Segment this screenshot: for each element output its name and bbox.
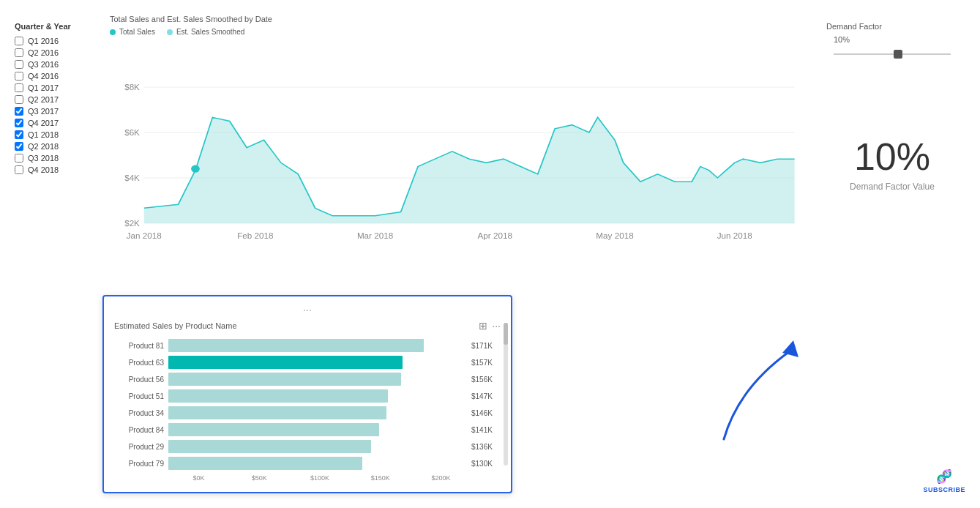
demand-slider-container[interactable] bbox=[834, 47, 951, 61]
bar-label-4: Product 34 bbox=[114, 409, 164, 417]
filter-item-2[interactable]: Q3 2016 bbox=[15, 60, 102, 69]
bar-value-4: $146K bbox=[471, 409, 501, 417]
legend-total-sales: Total Sales bbox=[110, 28, 155, 36]
bar-track-1 bbox=[168, 356, 467, 369]
bar-row-5: Product 84$141K bbox=[114, 423, 501, 436]
filter-checkbox-7[interactable] bbox=[15, 119, 23, 127]
svg-text:$8K: $8K bbox=[124, 83, 140, 91]
filter-label-1: Q2 2016 bbox=[28, 48, 59, 57]
line-chart-canvas: $2K $4K $6K $8K Jan 2018 Feb 2018 Mar 20… bbox=[110, 42, 812, 269]
filter-label-6: Q3 2017 bbox=[28, 107, 59, 116]
chart-legend: Total Sales Est. Sales Smoothed bbox=[110, 28, 812, 36]
filter-item-5[interactable]: Q2 2017 bbox=[15, 95, 102, 104]
bar-row-6: Product 29$136K bbox=[114, 440, 501, 453]
axis-label-2: $100K bbox=[290, 474, 351, 482]
bar-fill-1 bbox=[168, 356, 403, 369]
filter-item-8[interactable]: Q1 2018 bbox=[15, 130, 102, 139]
bar-track-6 bbox=[168, 440, 467, 453]
filter-item-6[interactable]: Q3 2017 bbox=[15, 107, 102, 116]
bar-track-4 bbox=[168, 406, 467, 419]
filter-label-0: Q1 2016 bbox=[28, 37, 59, 45]
right-panel: Demand Factor 10% 10% Demand Factor Valu… bbox=[819, 15, 965, 493]
filter-label-7: Q4 2017 bbox=[28, 119, 59, 127]
scrollbar[interactable] bbox=[504, 323, 508, 466]
bar-fill-5 bbox=[168, 423, 379, 436]
bar-track-5 bbox=[168, 423, 467, 436]
bar-track-7 bbox=[168, 457, 467, 470]
slider-thumb[interactable] bbox=[894, 50, 902, 59]
filter-checkbox-8[interactable] bbox=[15, 130, 23, 139]
filter-item-11[interactable]: Q4 2018 bbox=[15, 165, 102, 174]
legend-label-est-sales: Est. Sales Smoothed bbox=[176, 28, 244, 36]
slider-track bbox=[834, 53, 951, 55]
svg-text:Apr 2018: Apr 2018 bbox=[478, 231, 512, 239]
bar-value-1: $157K bbox=[471, 359, 501, 367]
bar-row-1: Product 63$157K bbox=[114, 356, 501, 369]
bar-value-7: $130K bbox=[471, 460, 501, 468]
bar-value-0: $171K bbox=[471, 342, 501, 350]
bar-track-3 bbox=[168, 389, 467, 403]
bar-value-6: $136K bbox=[471, 443, 501, 451]
filter-label-9: Q2 2018 bbox=[28, 142, 59, 151]
bar-list: Product 81$171KProduct 63$157KProduct 56… bbox=[114, 339, 501, 470]
filter-checkbox-11[interactable] bbox=[15, 165, 23, 174]
svg-text:$6K: $6K bbox=[124, 129, 140, 137]
panel-icons: ⊞ ··· bbox=[479, 320, 501, 332]
expand-icon[interactable]: ⊞ bbox=[479, 320, 487, 332]
subscribe-badge[interactable]: 🧬 SUBSCRIBE bbox=[923, 468, 965, 493]
filter-item-0[interactable]: Q1 2016 bbox=[15, 37, 102, 45]
bar-row-3: Product 51$147K bbox=[114, 389, 501, 403]
svg-text:$2K: $2K bbox=[124, 220, 140, 228]
filter-checkbox-3[interactable] bbox=[15, 72, 23, 81]
filter-checkbox-1[interactable] bbox=[15, 48, 23, 57]
filter-checkbox-6[interactable] bbox=[15, 107, 23, 116]
bar-row-2: Product 56$156K bbox=[114, 373, 501, 386]
filter-checkbox-5[interactable] bbox=[15, 95, 23, 104]
filter-item-4[interactable]: Q1 2017 bbox=[15, 83, 102, 92]
filter-item-3[interactable]: Q4 2016 bbox=[15, 72, 102, 81]
bar-label-0: Product 81 bbox=[114, 342, 164, 350]
filter-checkbox-4[interactable] bbox=[15, 83, 23, 92]
svg-text:Mar 2018: Mar 2018 bbox=[357, 231, 393, 239]
filter-checkbox-2[interactable] bbox=[15, 60, 23, 69]
filter-item-9[interactable]: Q2 2018 bbox=[15, 142, 102, 151]
bar-label-3: Product 51 bbox=[114, 392, 164, 400]
filter-item-10[interactable]: Q3 2018 bbox=[15, 154, 102, 163]
bar-value-5: $141K bbox=[471, 426, 501, 434]
filter-label-5: Q2 2017 bbox=[28, 95, 59, 104]
filter-label-11: Q4 2018 bbox=[28, 165, 59, 174]
scrollbar-thumb[interactable] bbox=[504, 323, 508, 345]
filter-checkbox-0[interactable] bbox=[15, 37, 23, 45]
bar-fill-3 bbox=[168, 389, 388, 403]
filter-label-8: Q1 2018 bbox=[28, 130, 59, 139]
drag-handle[interactable]: ⋯ bbox=[114, 305, 501, 315]
svg-text:Feb 2018: Feb 2018 bbox=[237, 231, 273, 239]
arrow-svg bbox=[709, 329, 812, 447]
filter-label-4: Q1 2017 bbox=[28, 83, 59, 92]
bar-row-0: Product 81$171K bbox=[114, 339, 501, 352]
bar-chart-panel: ⋯ Estimated Sales by Product Name ⊞ ··· … bbox=[102, 295, 512, 493]
filter-checkbox-9[interactable] bbox=[15, 142, 23, 151]
svg-text:May 2018: May 2018 bbox=[596, 231, 633, 239]
bar-axis: $0K$50K$100K$150K$200K bbox=[168, 474, 501, 482]
filter-checkbox-10[interactable] bbox=[15, 154, 23, 163]
axis-label-0: $0K bbox=[168, 474, 229, 482]
more-options-icon[interactable]: ··· bbox=[492, 320, 501, 332]
bar-label-6: Product 29 bbox=[114, 443, 164, 451]
sidebar-title: Quarter & Year bbox=[15, 22, 102, 31]
svg-point-8 bbox=[191, 165, 200, 172]
svg-text:$4K: $4K bbox=[124, 174, 140, 182]
filter-label-10: Q3 2018 bbox=[28, 154, 59, 163]
filter-item-1[interactable]: Q2 2016 bbox=[15, 48, 102, 57]
bar-row-7: Product 79$130K bbox=[114, 457, 501, 470]
filter-list: Q1 2016Q2 2016Q3 2016Q4 2016Q1 2017Q2 20… bbox=[15, 37, 102, 174]
filter-item-7[interactable]: Q4 2017 bbox=[15, 119, 102, 127]
bar-fill-6 bbox=[168, 440, 371, 453]
demand-factor-value-label: Demand Factor Value bbox=[850, 182, 935, 192]
axis-label-4: $200K bbox=[411, 474, 471, 482]
filter-label-3: Q4 2016 bbox=[28, 72, 59, 81]
bar-label-7: Product 79 bbox=[114, 460, 164, 468]
line-chart-section: Total Sales and Est. Sales Smoothed by D… bbox=[110, 15, 812, 293]
svg-text:Jun 2018: Jun 2018 bbox=[717, 231, 752, 239]
legend-dot-est-sales bbox=[167, 29, 173, 35]
